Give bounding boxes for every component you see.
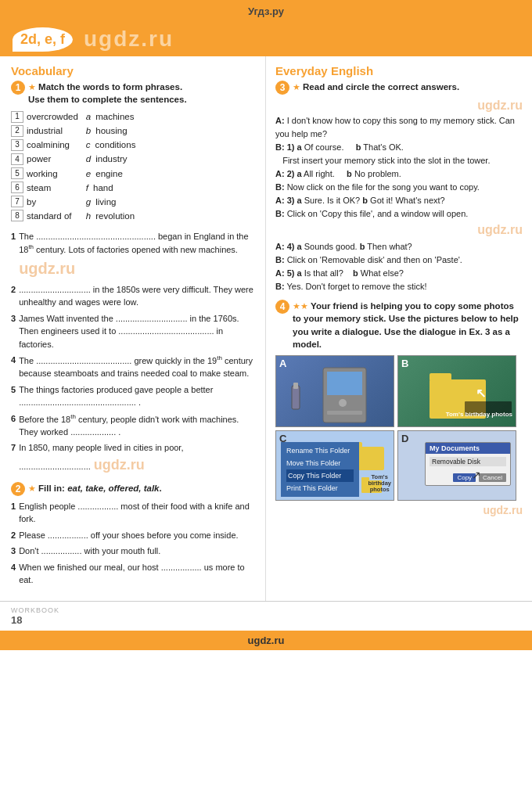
top-domain-text: Угдз.ру [248, 5, 284, 17]
word-num-8: 8 [11, 210, 23, 221]
photo-d-letter: D [401, 433, 408, 444]
word-num-4: 4 [11, 153, 23, 165]
word-match-g: g living [86, 196, 136, 208]
exercise2-number: 2 [11, 482, 25, 496]
sentence-3: 3 James Watt invented the ..............… [11, 312, 256, 351]
word-num-6: 6 [11, 182, 23, 193]
match-word-h: revolution [95, 210, 135, 222]
exercise2-instruction: Fill in: eat, take, offered, talk. [38, 484, 162, 493]
ctx-item-print[interactable]: Print This Folder [286, 482, 354, 494]
photo-b: B Tom's birthday photos ↖ [397, 355, 516, 427]
cursor-arrow: ↖ [476, 386, 486, 401]
sentence-6: 6 Before the 18th century, people didn't… [11, 412, 256, 439]
match-letter-a: a [86, 110, 91, 123]
photo-c: C Rename This Folder Move This Folder Co… [275, 430, 394, 501]
match-letter-c: c [86, 138, 91, 151]
word-num-7: 7 [11, 196, 23, 207]
sentence-1: 1 The ..................................… [11, 230, 256, 280]
ctx-item-move[interactable]: Move This Folder [286, 457, 354, 469]
word-num-2: 2 [11, 125, 23, 137]
bottom-watermark: ugdz.ru [0, 631, 532, 650]
sentence-7: 7 In 1850, many people lived in cities i… [11, 441, 256, 476]
photo-c-folder-label: Tom'sbirthdayphotos [368, 474, 391, 494]
section-watermark: ugdz.ru [84, 27, 174, 52]
main-content: Vocabulary 1 ★ Match the words to form p… [0, 56, 532, 601]
fill-in-words: eat, take, offered, talk [67, 484, 159, 493]
fillin-1: 1 English people ................. most … [11, 500, 256, 526]
sentence-2: 2 .............................. in the … [11, 283, 256, 309]
match-word-d: industry [95, 153, 127, 165]
footer-workbook-label: WORKBOOK [11, 606, 59, 614]
svg-point-2 [339, 399, 347, 407]
match-letter-g: g [86, 196, 91, 208]
dialog-buttons: Copy Cancel [426, 472, 510, 485]
word-row-4: 4 power [11, 153, 78, 165]
word-6: steam [27, 182, 51, 194]
dialog-line-B3: B: Click on 'Copy this file', and a wind… [275, 207, 523, 221]
match-letter-f: f [86, 182, 88, 194]
dialog-line-A2: A: 2) a All right. b No problem. [275, 167, 523, 181]
exercise3-instruction: Read and circle the correct answers. [303, 82, 459, 92]
dialog-line-B2: B: Now click on the file for the song yo… [275, 181, 523, 194]
word-num-5: 5 [11, 167, 23, 179]
dialog-line-B5: B: Yes. Don't forget to remove the stick… [275, 280, 523, 293]
watermark-right-bottom: ugdz.ru [483, 504, 523, 516]
match-word-g: living [95, 196, 116, 208]
top-watermark-bar: Угдз.ру [0, 0, 532, 20]
word-match-a: a machines [86, 110, 136, 123]
exercise1-instruction: Match the words to form phrases. Use the… [28, 82, 187, 104]
word-row-8: 8 standard of [11, 210, 78, 222]
match-letter-e: e [86, 167, 91, 180]
watermark-right-top: ugdz.ru [477, 99, 523, 113]
word-match-f: f hand [86, 182, 136, 194]
exercise3-star: ★ [293, 82, 303, 92]
match-letter-d: d [86, 153, 91, 165]
match-word-f: hand [93, 182, 113, 194]
match-letter-b: b [86, 124, 91, 137]
dialog-line-B1: B: 1) a Of course. b That's OK. First in… [275, 141, 523, 167]
svg-rect-3 [327, 411, 362, 415]
vocabulary-title: Vocabulary [11, 64, 256, 77]
ctx-item-copy[interactable]: Copy This Folder [286, 469, 354, 482]
svg-rect-5 [293, 383, 298, 389]
word-match-d: d industry [86, 153, 136, 165]
match-word-a: machines [95, 110, 134, 123]
exercise4-number: 4 [275, 300, 289, 314]
word-match-b: b housing [86, 124, 136, 137]
word-7: by [27, 196, 36, 208]
word-row-2: 2 industrial [11, 124, 78, 137]
context-menu: Rename This Folder Move This Folder Copy… [281, 442, 359, 498]
dialog-line-A3: A: 3) a Sure. Is it OK? b Got it! What's… [275, 194, 523, 207]
exercise4-header: 4 ★★ Your friend is helping you to copy … [275, 300, 523, 350]
word-row-7: 7 by [11, 196, 78, 208]
exercise1-header: 1 ★ Match the words to form phrases. Use… [11, 81, 256, 106]
word-match-e: e engine [86, 167, 136, 180]
everyday-english-title: Everyday English [275, 64, 523, 77]
word-2: industrial [27, 124, 63, 137]
word-col-left: 1 overcrowded 2 industrial 3 coalmining … [11, 110, 78, 222]
word-1: overcrowded [27, 110, 78, 123]
fillin-4: 4 When we finished our meal, our host ..… [11, 561, 256, 587]
left-column: Vocabulary 1 ★ Match the words to form p… [0, 56, 266, 601]
exercise3-number: 3 [275, 81, 289, 95]
cursor-d: ↗ [472, 469, 481, 481]
exercise2-header: 2 ★ Fill in: eat, take, offered, talk. [11, 482, 256, 496]
section-label: 2d, e, f [13, 27, 73, 52]
ctx-item-rename[interactable]: Rename This Folder [286, 444, 354, 457]
fillin-3: 3 Don't ................. with your mout… [11, 545, 256, 558]
dialog-line-A5: A: 5) a Is that all? b What else? [275, 267, 523, 280]
sentence-5: 5 The things factories produced gave peo… [11, 383, 256, 409]
exercise1-star: ★ [28, 82, 38, 92]
exercise2-star: ★ [28, 484, 38, 493]
cancel-button[interactable]: Cancel [479, 473, 506, 482]
photo-a-image [276, 356, 394, 427]
photos-grid: A B [275, 355, 523, 501]
word-3: coalmining [27, 138, 70, 151]
exercise4-instruction: Your friend is helping you to copy some … [293, 301, 519, 348]
photo-a: A [275, 355, 394, 427]
word-match-c: c conditions [86, 138, 136, 151]
word-row-1: 1 overcrowded [11, 110, 78, 123]
word-match-h: h revolution [86, 210, 136, 222]
photo-b-label: Tom's birthday photos [446, 411, 512, 419]
footer-page-number: 18 [11, 614, 59, 626]
